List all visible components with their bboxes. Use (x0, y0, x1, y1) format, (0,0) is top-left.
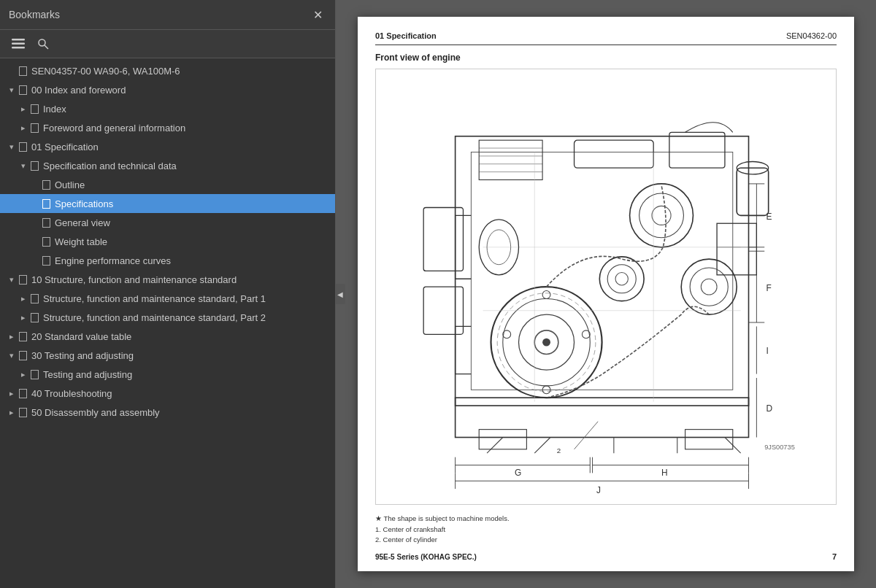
expand-icon-index[interactable]: ▸ (18, 103, 29, 115)
bookmark-item-index[interactable]: ▸Index (0, 99, 335, 118)
expand-icon-root-doc[interactable] (6, 65, 18, 77)
expand-icon-50-disassembly[interactable]: ▸ (6, 406, 18, 418)
svg-point-17 (615, 273, 628, 285)
panel-toolbar (0, 30, 335, 58)
bookmark-item-foreword[interactable]: ▸Foreword and general information (0, 118, 335, 137)
bookmark-item-50-disassembly[interactable]: ▸50 Disassembly and assembly (0, 403, 335, 422)
bookmark-label-foreword: Foreword and general information (43, 123, 185, 134)
bookmark-label-spec-tech: Specification and technical data (43, 160, 177, 171)
list-view-button[interactable] (7, 34, 29, 53)
bookmark-flag-00-index-foreword (19, 85, 27, 95)
bookmarks-panel: Bookmarks ✕ SEN04357-00 WA90-6, WA100M-6… (0, 0, 336, 588)
bookmark-flag-40-trouble (19, 389, 27, 398)
bookmark-label-weight-table: Weight table (55, 236, 107, 247)
expand-icon-engine-perf[interactable] (29, 255, 41, 266)
expand-icon-30-testing[interactable]: ▾ (6, 349, 18, 361)
expand-icon-00-index-foreword[interactable]: ▾ (6, 84, 18, 96)
svg-rect-6 (471, 152, 732, 390)
expand-icon-specifications[interactable] (29, 198, 41, 209)
bookmark-item-30-testing[interactable]: ▾30 Testing and adjusting (0, 346, 335, 365)
bookmark-item-20-standard[interactable]: ▸20 Standard value table (0, 327, 335, 346)
bookmark-flag-root-doc (19, 66, 27, 76)
svg-rect-32 (456, 398, 749, 437)
bookmark-flag-general-view (42, 218, 50, 228)
bookmark-item-10-structure[interactable]: ▾10 Structure, function and maintenance … (0, 270, 335, 289)
svg-text:F: F (766, 283, 771, 293)
bookmark-label-10-structure: 10 Structure, function and maintenance s… (31, 274, 237, 285)
bookmark-item-weight-table[interactable]: Weight table (0, 232, 335, 251)
bookmark-item-specifications[interactable]: Specifications (0, 194, 335, 213)
expand-icon-general-view[interactable] (29, 217, 41, 228)
expand-icon-testing-adj[interactable]: ▸ (18, 368, 29, 380)
bookmark-label-struct-part2: Structure, function and maintenance stan… (43, 312, 266, 323)
bookmark-item-spec-tech[interactable]: ▾Specification and technical data (0, 156, 335, 175)
bookmark-label-engine-perf: Engine performance curves (55, 255, 171, 266)
bookmark-item-outline[interactable]: Outline (0, 175, 335, 194)
svg-rect-71 (717, 223, 756, 275)
bookmark-item-01-spec[interactable]: ▾01 Specification (0, 137, 335, 156)
svg-point-16 (607, 265, 636, 293)
svg-rect-30 (423, 208, 463, 271)
footnote-star: ★ The shape is subject to machine models… (375, 514, 837, 524)
bookmark-item-40-trouble[interactable]: ▸40 Troubleshooting (0, 384, 335, 403)
panel-header: Bookmarks ✕ (0, 0, 335, 30)
bookmark-item-struct-part1[interactable]: ▸Structure, function and maintenance sta… (0, 289, 335, 308)
bookmark-item-00-index-foreword[interactable]: ▾00 Index and foreword (0, 80, 335, 99)
bookmark-item-struct-part2[interactable]: ▸Structure, function and maintenance sta… (0, 308, 335, 327)
svg-point-11 (542, 339, 550, 347)
bookmark-label-index: Index (43, 104, 66, 115)
svg-rect-28 (737, 168, 768, 215)
doc-footnotes: ★ The shape is subject to machine models… (375, 514, 837, 545)
expand-icon-struct-part2[interactable]: ▸ (18, 312, 29, 323)
svg-rect-21 (479, 140, 542, 179)
svg-line-65 (575, 422, 599, 449)
svg-rect-0 (12, 39, 25, 41)
bookmark-flag-testing-adj (31, 370, 39, 379)
doc-reference-number: SEN04362-00 (786, 31, 837, 40)
svg-line-4 (45, 45, 48, 49)
bookmark-flag-20-standard (19, 332, 27, 341)
svg-rect-31 (423, 287, 463, 334)
search-button[interactable] (32, 34, 54, 53)
bookmark-flag-30-testing (19, 351, 27, 360)
footnote-2: 2. Center of cylinder (375, 535, 837, 545)
bookmark-item-general-view[interactable]: General view (0, 213, 335, 232)
expand-icon-40-trouble[interactable]: ▸ (6, 387, 18, 399)
bookmark-label-struct-part1: Structure, function and maintenance stan… (43, 293, 266, 304)
svg-text:I: I (766, 346, 768, 356)
bookmark-label-testing-adj: Testing and adjusting (43, 369, 132, 380)
bookmark-label-00-index-foreword: 00 Index and foreword (31, 85, 126, 96)
bookmark-label-root-doc: SEN04357-00 WA90-6, WA100M-6 (31, 66, 180, 77)
close-button[interactable]: ✕ (309, 6, 326, 23)
bookmark-flag-outline (42, 180, 50, 190)
expand-icon-20-standard[interactable]: ▸ (6, 330, 18, 342)
expand-icon-outline[interactable] (29, 179, 41, 190)
expand-icon-spec-tech[interactable]: ▾ (18, 160, 29, 171)
svg-text:D: D (766, 403, 772, 414)
bookmark-label-specifications: Specifications (55, 198, 113, 209)
expand-icon-weight-table[interactable] (29, 236, 41, 247)
bookmark-item-testing-adj[interactable]: ▸Testing and adjusting (0, 365, 335, 384)
bookmark-flag-struct-part1 (31, 294, 39, 303)
document-page: 01 Specification SEN04362-00 Front view … (358, 17, 854, 571)
svg-text:H: H (661, 468, 668, 478)
bookmark-label-01-spec: 01 Specification (31, 142, 99, 152)
svg-point-15 (599, 257, 644, 301)
bookmark-label-30-testing: 30 Testing and adjusting (31, 350, 134, 361)
svg-text:2: 2 (557, 446, 561, 454)
bookmark-item-root-doc[interactable]: SEN04357-00 WA90-6, WA100M-6 (0, 61, 335, 80)
svg-point-19 (690, 268, 728, 306)
expand-icon-struct-part1[interactable]: ▸ (18, 293, 29, 304)
expand-icon-01-spec[interactable]: ▾ (6, 141, 18, 152)
bookmark-label-50-disassembly: 50 Disassembly and assembly (31, 407, 160, 418)
svg-rect-5 (456, 136, 749, 406)
panel-collapse-button[interactable]: ◀ (335, 284, 345, 304)
bookmark-flag-50-disassembly (19, 408, 27, 417)
bookmark-flag-10-structure (19, 275, 27, 285)
expand-icon-foreword[interactable]: ▸ (18, 122, 29, 134)
svg-text:J: J (596, 485, 601, 495)
bookmark-item-engine-perf[interactable]: Engine performance curves (0, 251, 335, 270)
bookmark-label-outline: Outline (55, 179, 85, 190)
doc-series-label: 95E-5 Series (KOHAG SPEC.) (375, 553, 477, 561)
expand-icon-10-structure[interactable]: ▾ (6, 274, 18, 285)
